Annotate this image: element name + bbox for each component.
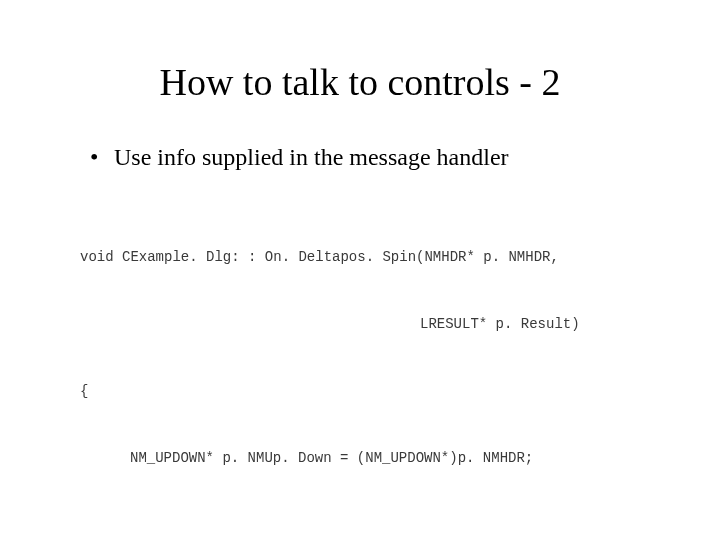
bullet-list: Use info supplied in the message handler: [80, 144, 640, 171]
code-line: LRESULT* p. Result): [80, 313, 640, 335]
code-line: void CExample. Dlg: : On. Deltapos. Spin…: [80, 246, 640, 268]
slide-content: How to talk to controls - 2 Use info sup…: [0, 0, 720, 540]
code-block: void CExample. Dlg: : On. Deltapos. Spin…: [80, 201, 640, 540]
code-line: NM_UPDOWN* p. NMUp. Down = (NM_UPDOWN*)p…: [80, 447, 640, 469]
code-line: {: [80, 380, 640, 402]
slide-title: How to talk to controls - 2: [80, 60, 640, 104]
bullet-item: Use info supplied in the message handler: [90, 144, 640, 171]
code-spacer: [80, 514, 640, 524]
